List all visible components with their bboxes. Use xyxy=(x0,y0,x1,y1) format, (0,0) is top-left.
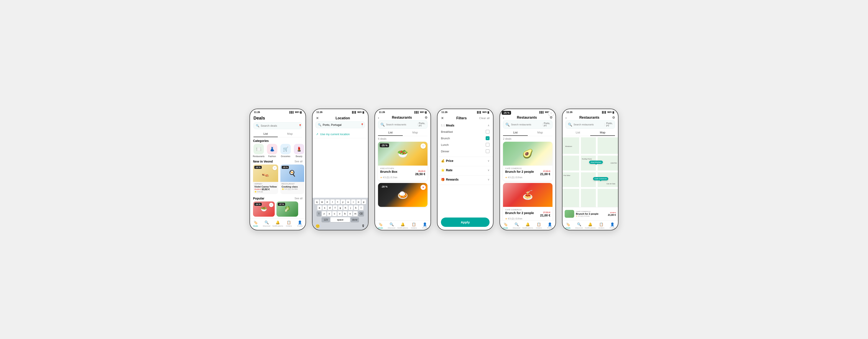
nav-discover-1[interactable]: 🔍 Discover xyxy=(261,220,272,227)
brunch-heart[interactable]: ♡ xyxy=(421,143,426,149)
use-current-location[interactable]: ↗ Use my current location xyxy=(312,131,368,138)
key-i[interactable]: i xyxy=(351,199,356,204)
nav-discover-3[interactable]: 🔍 Discover xyxy=(386,222,397,229)
restaurant-search-input[interactable] xyxy=(386,123,416,126)
results-search-bar[interactable]: 🔍 Porto, PT xyxy=(503,120,553,129)
filter-icon-5[interactable]: ⚙ xyxy=(550,116,553,119)
tab-map-1[interactable]: Map xyxy=(278,131,302,137)
filter-icon-6[interactable]: ⚙ xyxy=(612,116,615,119)
back-button-5[interactable]: ‹ xyxy=(503,116,504,119)
nav-profile-1[interactable]: 👤 Profile xyxy=(294,220,306,227)
key-q[interactable]: q xyxy=(315,199,319,204)
popular-see-all[interactable]: See all xyxy=(294,197,303,200)
tab-list-3[interactable]: List xyxy=(378,130,403,136)
key-g[interactable]: g xyxy=(338,205,343,210)
map-pin-cafe-comercio[interactable]: Café Comercio xyxy=(593,177,608,180)
tab-list-1[interactable]: List xyxy=(253,131,278,137)
key-v[interactable]: v xyxy=(337,211,342,216)
filter-option-breakfast[interactable]: Breakfast xyxy=(441,129,490,135)
key-m[interactable]: m xyxy=(353,211,358,216)
key-p[interactable]: p xyxy=(362,199,366,204)
key-u[interactable]: u xyxy=(346,199,350,204)
key-y[interactable]: y xyxy=(341,199,345,204)
location-search-input[interactable] xyxy=(323,123,359,126)
nav-orders-3[interactable]: 📋 Orders xyxy=(408,222,420,229)
deals-search-bar[interactable]: 🔍 📍 xyxy=(253,122,302,129)
key-r[interactable]: r xyxy=(330,199,335,204)
key-w[interactable]: w xyxy=(320,199,324,204)
map-search-bar[interactable]: 🔍 Porto, PT xyxy=(565,120,615,129)
location-close-button[interactable]: ✕ xyxy=(316,116,319,120)
location-search-bar[interactable]: 🔍 📍 xyxy=(315,121,365,128)
nav-deals-5[interactable]: 🏷️ Deals xyxy=(500,222,511,229)
results-search-input[interactable] xyxy=(511,123,541,126)
key-l[interactable]: l xyxy=(359,205,364,210)
dinner-checkbox[interactable] xyxy=(486,149,490,153)
nav-notifications-1[interactable]: 🔔 Notifications xyxy=(272,220,283,227)
key-b[interactable]: b xyxy=(343,211,347,216)
nav-notifications-6[interactable]: 🔔 Notifications xyxy=(585,222,596,229)
key-space[interactable]: space xyxy=(331,217,350,222)
heart-button-1[interactable]: ♡ xyxy=(273,166,277,170)
map-search-input[interactable] xyxy=(574,123,603,126)
brunch-checkbox[interactable]: ✓ xyxy=(486,136,490,140)
popular-card-1[interactable]: 🥗 -24 % ♡ xyxy=(253,201,275,217)
filter-option-brunch[interactable]: Brunch ✓ xyxy=(441,135,490,141)
nav-discover-6[interactable]: 🔍 Discover xyxy=(574,222,585,229)
key-s[interactable]: s xyxy=(322,205,327,210)
key-h[interactable]: h xyxy=(343,205,348,210)
location-dot-icon[interactable]: 📍 xyxy=(299,124,302,128)
emoji-icon[interactable]: 🙂 xyxy=(315,224,320,228)
result-card-2[interactable]: 🍝 -25 % ♡ CAFÉ COMERCIO Brunch for 2 peo… xyxy=(503,183,553,220)
popular-heart-1[interactable]: ♡ xyxy=(269,203,273,207)
category-beauty[interactable]: 💄 Beauty xyxy=(293,144,305,158)
filter-price-header[interactable]: 💰 Price ∨ xyxy=(441,159,490,163)
tab-map-5[interactable]: Map xyxy=(528,130,553,136)
key-123[interactable]: 123 xyxy=(321,217,330,222)
new-see-all[interactable]: See all xyxy=(294,160,303,163)
nav-orders-5[interactable]: 📋 Orders xyxy=(533,222,545,229)
restaurant-search-bar[interactable]: 🔍 Porto, PT xyxy=(378,120,428,129)
key-done[interactable]: done xyxy=(351,217,359,222)
tab-list-6[interactable]: List xyxy=(565,130,590,136)
new-card-shoe[interactable]: 👡 -20 % ♡ VERNEY Violet Canna Yellow 79,… xyxy=(253,165,278,194)
back-button-3[interactable]: ‹ xyxy=(378,116,379,119)
key-k[interactable]: k xyxy=(354,205,358,210)
key-x[interactable]: x xyxy=(327,211,332,216)
category-groceries[interactable]: 🛒 Groceries xyxy=(280,144,291,158)
filter-meals-header[interactable]: 🍽️ Meals ∧ xyxy=(441,124,490,127)
filter-option-lunch[interactable]: Lunch xyxy=(441,141,490,148)
nav-deals-6[interactable]: 🏷️ Deals xyxy=(562,222,574,229)
breakfast-checkbox[interactable] xyxy=(486,130,490,134)
key-backspace[interactable]: ⌫ xyxy=(358,211,364,216)
filter-rate-header[interactable]: ⭐ Rate ∨ xyxy=(441,168,490,172)
category-fashion[interactable]: 👗 Fashion xyxy=(267,144,278,158)
filters-clear-button[interactable]: Clear all xyxy=(479,116,490,120)
key-n[interactable]: n xyxy=(348,211,352,216)
nav-deals-3[interactable]: 🏷️ Deals xyxy=(375,222,386,229)
lunch-checkbox[interactable] xyxy=(486,143,490,147)
mic-icon[interactable]: 🎙 xyxy=(362,224,365,228)
deals-search-input[interactable] xyxy=(260,124,297,128)
map-pin-kind-kitchen[interactable]: Kind Kitchen xyxy=(589,161,603,164)
filter-icon-3[interactable]: ⚙ xyxy=(425,116,428,119)
key-z[interactable]: z xyxy=(322,211,327,216)
nav-discover-5[interactable]: 🔍 Discover xyxy=(511,222,522,229)
nav-orders-6[interactable]: 📋 Orders xyxy=(596,222,607,229)
key-d[interactable]: d xyxy=(328,205,332,210)
nav-profile-6[interactable]: 👤 Profile xyxy=(607,222,618,229)
key-t[interactable]: t xyxy=(336,199,340,204)
key-a[interactable]: a xyxy=(317,205,322,210)
key-j[interactable]: j xyxy=(348,205,353,210)
nav-orders-1[interactable]: 📋 Orders xyxy=(283,220,294,227)
key-o[interactable]: o xyxy=(356,199,361,204)
key-e[interactable]: e xyxy=(325,199,330,204)
category-restaurants[interactable]: 🍽️ Restaurants xyxy=(253,144,264,158)
nav-deals-1[interactable]: 🏷️ Deals xyxy=(250,220,261,227)
filters-close-button[interactable]: ✕ xyxy=(441,116,444,120)
nav-profile-3[interactable]: 👤 Profile xyxy=(420,222,431,229)
tab-map-3[interactable]: Map xyxy=(403,130,428,136)
restaurant-card-curry[interactable]: 🍛 -20 % ♥ xyxy=(378,183,428,207)
tab-map-6[interactable]: Map xyxy=(590,130,615,136)
apply-button[interactable]: Apply xyxy=(441,218,490,227)
